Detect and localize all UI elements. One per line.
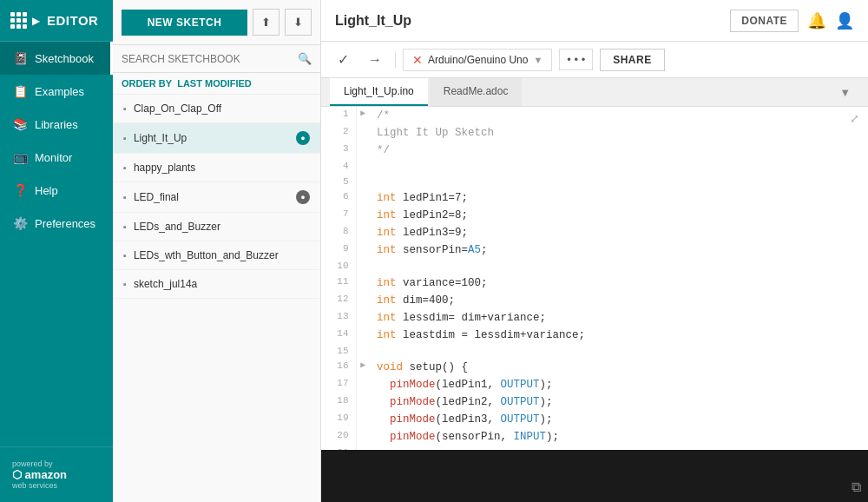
tab-more-button[interactable]: ▼ — [831, 81, 859, 104]
sidebar-arrow: ▶ — [32, 15, 40, 27]
line-code: Light It Up Sketch — [370, 124, 868, 142]
line-fold — [356, 175, 370, 190]
upload-button[interactable]: → — [362, 48, 388, 72]
line-code: int leastdim = lessdim+variance; — [370, 327, 868, 344]
board-selector[interactable]: ✕ Arduino/Genuino Uno ▼ — [403, 49, 552, 71]
table-row: 17 pinMode(ledPin1, OUTPUT); — [321, 376, 868, 393]
toolbar-separator — [395, 51, 396, 69]
code-area[interactable]: ⤢ 1 ▶ /* 2 Light It Up Sketch 3 */ 4 5 6… — [321, 107, 868, 450]
editor-topbar: Light_It_Up DONATE 🔔 👤 — [321, 0, 868, 42]
line-fold — [356, 446, 370, 450]
line-number: 12 — [321, 292, 356, 309]
libraries-icon: 📚 — [12, 117, 28, 131]
line-code: pinMode(ledPin1, OUTPUT); — [370, 376, 868, 393]
sketch-name: happy_plants — [134, 162, 310, 174]
active-badge: ● — [296, 131, 310, 145]
table-row: 4 — [321, 159, 868, 175]
table-row: 2 Light It Up Sketch — [321, 124, 868, 142]
import-button[interactable]: ⬆ — [253, 9, 279, 36]
editor-title: Light_It_Up — [335, 13, 720, 29]
list-item[interactable]: ▪ sketch_jul14a — [113, 270, 320, 299]
sidebar-item-help[interactable]: ❓ Help — [0, 174, 113, 207]
line-number: 7 — [321, 207, 356, 224]
donate-button[interactable]: DONATE — [730, 10, 799, 32]
line-fold — [356, 207, 370, 224]
line-code — [370, 259, 868, 274]
sketchbook-toolbar: NEW SKETCH ⬆ ⬇ — [113, 0, 320, 45]
line-number: 16 — [321, 359, 356, 376]
list-item[interactable]: ▪ happy_plants — [113, 154, 320, 182]
preferences-icon: ⚙️ — [12, 216, 28, 230]
line-number: 19 — [321, 411, 356, 428]
sidebar-editor-label: EDITOR — [47, 13, 98, 28]
board-error-icon: ✕ — [412, 53, 423, 67]
line-fold — [356, 189, 370, 207]
verify-button[interactable]: ✓ — [332, 47, 355, 72]
search-input[interactable] — [122, 53, 293, 65]
aws-sub-text: web services — [12, 481, 57, 490]
line-fold — [356, 411, 370, 428]
table-row: 20 pinMode(sensorPin, INPUT); — [321, 428, 868, 446]
list-item[interactable]: ▪ LEDs_wth_Button_and_Buzzer — [113, 241, 320, 270]
table-row: 19 pinMode(ledPin3, OUTPUT); — [321, 411, 868, 428]
list-item[interactable]: ▪ Clap_On_Clap_Off — [113, 95, 320, 123]
share-button[interactable]: SHARE — [600, 49, 665, 71]
sidebar-item-libraries[interactable]: 📚 Libraries — [0, 108, 113, 141]
line-fold — [356, 142, 370, 159]
export-button[interactable]: ⬇ — [285, 9, 312, 36]
order-label: ORDER BY — [122, 78, 172, 89]
line-number: 5 — [321, 175, 356, 190]
sidebar-footer: powered by ⬡ amazon web services — [0, 446, 113, 502]
line-fold — [356, 309, 370, 327]
line-number: 9 — [321, 241, 356, 259]
sidebar-item-sketchbook[interactable]: 📓 Sketchbook — [0, 42, 113, 75]
table-row: 13 int lessdim= dim+variance; — [321, 309, 868, 327]
sidebar-item-label: Sketchbook — [35, 52, 94, 65]
sidebar-item-label: Help — [35, 184, 58, 197]
grid-icon[interactable] — [10, 12, 27, 29]
list-item[interactable]: ▪ Light_It_Up ● — [113, 123, 320, 154]
line-code: int ledPin3=9; — [370, 224, 868, 241]
sidebar-item-monitor[interactable]: 📺 Monitor — [0, 141, 113, 174]
expand-icon[interactable]: ⤢ — [850, 112, 859, 125]
sketch-name: LEDs_and_Buzzer — [134, 221, 310, 233]
list-item[interactable]: ▪ LED_final ● — [113, 182, 320, 213]
order-by-value[interactable]: LAST MODIFIED — [177, 78, 252, 89]
sidebar-nav: 📓 Sketchbook 📋 Examples 📚 Libraries 📺 Mo… — [0, 42, 113, 446]
line-fold — [356, 376, 370, 393]
sidebar-item-examples[interactable]: 📋 Examples — [0, 75, 113, 108]
sidebar-item-label: Monitor — [35, 151, 72, 164]
bell-icon[interactable]: 🔔 — [807, 11, 826, 30]
user-icon[interactable]: 👤 — [835, 11, 854, 30]
file-icon: ▪ — [123, 103, 127, 114]
line-code: pinMode(ledPin2, OUTPUT); — [370, 393, 868, 411]
sketch-name: Light_It_Up — [134, 132, 289, 144]
sketch-name: LEDs_wth_Button_and_Buzzer — [134, 249, 310, 261]
line-code: void setup() { — [370, 359, 868, 376]
line-number: 13 — [321, 309, 356, 327]
line-fold — [356, 428, 370, 446]
tab-ino[interactable]: Light_It_Up.ino — [330, 78, 428, 106]
new-sketch-button[interactable]: NEW SKETCH — [122, 10, 247, 36]
more-button[interactable]: • • • — [559, 49, 593, 70]
list-item[interactable]: ▪ LEDs_and_Buzzer — [113, 213, 320, 241]
line-number: 10 — [321, 259, 356, 274]
line-code: int sensorPin=A5; — [370, 241, 868, 259]
tab-readme[interactable]: ReadMe.adoc — [430, 78, 523, 106]
line-code — [370, 446, 868, 450]
line-code: int dim=400; — [370, 292, 868, 309]
line-fold — [356, 241, 370, 259]
sidebar-item-preferences[interactable]: ⚙️ Preferences — [0, 207, 113, 240]
dark-badge: ● — [296, 190, 310, 204]
line-number: 17 — [321, 376, 356, 393]
file-icon: ▪ — [123, 162, 127, 173]
file-icon: ▪ — [123, 250, 127, 261]
line-fold[interactable]: ▶ — [356, 359, 370, 376]
table-row: 8 int ledPin3=9; — [321, 224, 868, 241]
terminal-copy-icon[interactable]: ⧉ — [852, 479, 861, 495]
line-code: /* — [370, 107, 868, 124]
sidebar-item-label: Libraries — [35, 118, 78, 131]
examples-icon: 📋 — [12, 84, 28, 98]
table-row: 12 int dim=400; — [321, 292, 868, 309]
line-fold[interactable]: ▶ — [356, 107, 370, 124]
